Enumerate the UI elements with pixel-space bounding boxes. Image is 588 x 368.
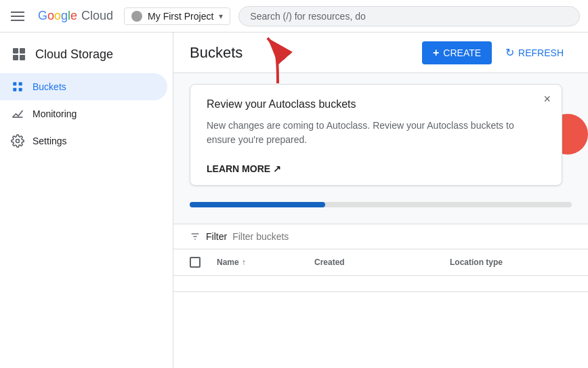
filter-bar: Filter — [173, 224, 588, 249]
plus-icon: + — [433, 47, 439, 59]
chevron-down-icon: ▾ — [219, 12, 223, 21]
project-name: My First Project — [148, 11, 213, 22]
topbar: Google Cloud My First Project ▾ Search (… — [0, 0, 588, 33]
sidebar-nav: Buckets Monitoring Setti — [0, 73, 173, 155]
search-bar[interactable]: Search (/) for resources, do — [238, 6, 580, 26]
svg-rect-4 — [19, 88, 22, 91]
google-cloud-logo: Google Cloud — [38, 9, 113, 23]
svg-rect-2 — [19, 82, 22, 85]
create-button-label: CREATE — [443, 47, 481, 58]
sidebar-item-settings[interactable]: Settings — [0, 127, 167, 155]
sidebar-item-monitoring[interactable]: Monitoring — [0, 100, 167, 127]
bucket-icon — [11, 80, 24, 94]
notification-close-button[interactable]: × — [543, 93, 551, 105]
cloud-storage-icon — [11, 46, 27, 62]
table-row[interactable] — [173, 276, 588, 292]
grid-icon — [13, 48, 25, 60]
select-all-checkbox[interactable] — [190, 257, 201, 268]
table-header: Name ↑ Created Location type — [173, 249, 588, 276]
refresh-button-label: REFRESH — [518, 47, 564, 58]
project-selector[interactable]: My First Project ▾ — [124, 7, 230, 25]
table-col-name-header[interactable]: Name ↑ — [217, 249, 314, 275]
notification-body: New changes are coming to Autoclass. Rev… — [207, 119, 545, 147]
cloud-logo-text: Cloud — [81, 9, 113, 23]
create-button[interactable]: + CREATE — [422, 41, 492, 64]
main-content: Buckets + CREATE ↻ REFRESH × Review your… — [173, 33, 588, 368]
scrollbar-thumb — [190, 202, 325, 207]
table-col-location-header[interactable]: Location type — [450, 249, 572, 275]
svg-rect-3 — [13, 88, 16, 91]
layout: Cloud Storage Buckets — [0, 33, 588, 368]
sidebar-item-monitoring-label: Monitoring — [33, 108, 77, 119]
svg-point-6 — [16, 140, 20, 143]
filter-icon — [190, 231, 201, 242]
project-icon — [131, 11, 142, 22]
table-col-created-header[interactable]: Created — [314, 249, 450, 275]
settings-icon — [11, 134, 24, 148]
sidebar-header: Cloud Storage — [0, 38, 173, 73]
sidebar-item-buckets-label: Buckets — [33, 81, 66, 92]
sidebar-title: Cloud Storage — [35, 47, 113, 62]
external-link-icon: ↗ — [273, 163, 281, 174]
learn-more-button[interactable]: LEARN MORE ↗ — [207, 163, 281, 174]
notification-title: Review your Autoclass buckets — [207, 98, 545, 110]
topbar-left: Google Cloud My First Project ▾ — [8, 7, 230, 25]
notification-area: × Review your Autoclass buckets New chan… — [173, 73, 588, 197]
sidebar-item-settings-label: Settings — [33, 136, 67, 146]
horizontal-scrollbar[interactable] — [190, 202, 572, 207]
hamburger-menu-button[interactable] — [8, 9, 27, 24]
filter-input[interactable] — [232, 231, 572, 242]
sidebar-item-buckets[interactable]: Buckets — [0, 73, 167, 100]
page-header: Buckets + CREATE ↻ REFRESH — [173, 33, 588, 73]
learn-more-label: LEARN MORE — [207, 163, 270, 174]
table-header-checkbox[interactable] — [190, 257, 217, 268]
refresh-icon: ↻ — [505, 46, 514, 59]
sidebar: Cloud Storage Buckets — [0, 33, 173, 368]
svg-rect-1 — [13, 82, 16, 85]
page-title: Buckets — [190, 44, 417, 62]
refresh-button[interactable]: ↻ REFRESH — [497, 41, 572, 64]
google-logo-text: Google — [38, 9, 77, 23]
filter-label: Filter — [206, 231, 227, 242]
monitoring-icon — [11, 107, 24, 121]
notification-card: × Review your Autoclass buckets New chan… — [190, 84, 562, 186]
sort-icon: ↑ — [242, 258, 246, 267]
table-area: Filter Name ↑ Created Location type — [173, 224, 588, 368]
